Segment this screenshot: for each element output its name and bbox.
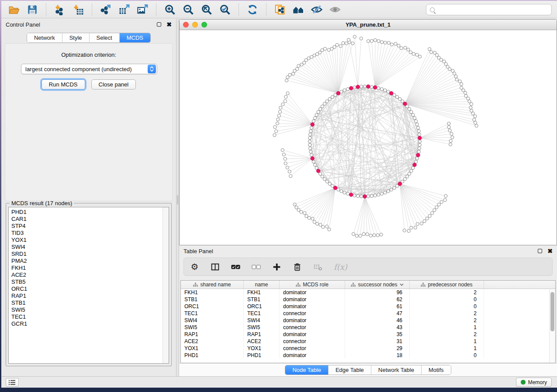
column-header-predecessor-nodes[interactable]: predecessor nodes	[410, 281, 484, 289]
delete-column-icon[interactable]	[293, 261, 302, 272]
cell-MCDS-role: connector	[280, 324, 345, 331]
table-row[interactable]: SWI5SWI5connector431	[181, 324, 555, 331]
show-all-icon[interactable]	[326, 3, 344, 16]
mcds-result-list[interactable]: PHD1CAR1STP4TID3YOX1SWI4SRD1PMA2FKH1ACE2…	[8, 207, 169, 364]
tab-network-table[interactable]: Network Table	[371, 365, 422, 375]
tab-mcds[interactable]: MCDS	[120, 33, 150, 42]
search-box[interactable]	[426, 4, 552, 15]
close-panel-icon[interactable]: ✖	[166, 22, 172, 27]
table-row[interactable]: SWI4SWI4dominator462	[181, 317, 555, 324]
column-header-MCDS-role[interactable]: MCDS role	[280, 281, 345, 289]
mcds-result-item[interactable]: ACE2	[11, 272, 169, 279]
export-image-icon[interactable]	[133, 3, 152, 16]
mcds-result-item[interactable]: ORC1	[11, 285, 169, 292]
run-mcds-button[interactable]: Run MCDS	[42, 79, 85, 89]
first-neighbors-icon[interactable]	[289, 3, 308, 16]
mcds-result-item[interactable]: CAR1	[11, 216, 169, 223]
table-row[interactable]: ORC1ORC1dominator610	[181, 303, 555, 310]
float-panel-icon[interactable]	[157, 22, 161, 27]
mcds-result-item[interactable]: RAP1	[11, 292, 169, 299]
network-window-titlebar[interactable]: YPA_prune.txt_1	[180, 20, 557, 30]
zoom-selected-icon[interactable]	[216, 3, 234, 16]
toolbar-separator	[156, 3, 156, 16]
optimization-criterion-select[interactable]: largest connected component (undirected)	[21, 64, 157, 74]
tab-style[interactable]: Style	[62, 33, 90, 42]
cell-MCDS-role: dominator	[280, 317, 345, 324]
cell-shared-name: PHD1	[181, 352, 244, 359]
close-table-panel-icon[interactable]: ✖	[547, 249, 553, 253]
mcds-result-item[interactable]: PHD1	[11, 209, 169, 216]
cell-shared-name: ORC1	[181, 303, 244, 310]
mcds-result-item[interactable]: GCR1	[11, 320, 169, 327]
table-row[interactable]: STB1STB1dominator620	[181, 296, 555, 303]
export-network-icon[interactable]	[97, 3, 115, 16]
cell-shared-name: FKH1	[181, 289, 244, 296]
zoom-out-icon[interactable]	[179, 3, 197, 16]
mcds-result-legend: MCDS result (17 nodes)	[10, 200, 74, 206]
mcds-result-item[interactable]: FKH1	[11, 265, 169, 272]
hide-selected-icon[interactable]	[308, 3, 326, 16]
mcds-result-item[interactable]: TEC1	[11, 313, 169, 320]
search-input[interactable]	[435, 7, 551, 13]
network-graph[interactable]	[180, 30, 557, 245]
mcds-result-item[interactable]: STB1	[11, 299, 169, 306]
cell-predecessor-nodes: 1	[410, 324, 484, 331]
mcds-result-item[interactable]: TID3	[11, 230, 169, 237]
mcds-result-item[interactable]: STB5	[11, 279, 169, 285]
status-menu-button[interactable]	[6, 378, 19, 387]
memory-button[interactable]: Memory	[516, 378, 552, 387]
import-table-icon[interactable]	[69, 3, 87, 16]
table-row[interactable]: FKH1FKH1dominator962	[181, 289, 555, 296]
mcds-result-item[interactable]: PMA2	[11, 258, 169, 265]
cell-filler	[484, 289, 555, 296]
cell-name: TEC1	[244, 310, 280, 317]
zoom-in-icon[interactable]	[161, 3, 179, 16]
cell-shared-name: RAP1	[181, 331, 244, 338]
list-icon	[8, 379, 16, 385]
mcds-list-scrollbar[interactable]	[163, 207, 169, 363]
import-network-icon[interactable]	[51, 3, 69, 16]
close-panel-button[interactable]: Close panel	[91, 79, 136, 89]
tab-select[interactable]: Select	[90, 33, 120, 42]
table-row[interactable]: PHD1PHD1dominator180	[181, 352, 555, 359]
mcds-result-item[interactable]: SWI5	[11, 306, 169, 313]
table-scrollbar[interactable]	[549, 289, 555, 363]
mcds-result-item[interactable]: SRD1	[11, 251, 169, 258]
tab-network[interactable]: Network	[27, 33, 62, 42]
node-table[interactable]: shared namenameMCDS rolesuccessor nodesp…	[180, 280, 556, 363]
tab-motifs[interactable]: Motifs	[422, 365, 451, 375]
splitter-grip-icon[interactable]	[177, 195, 178, 205]
mcds-result-item[interactable]: STP4	[11, 223, 169, 230]
cell-filler	[484, 331, 555, 338]
cell-filler	[484, 317, 555, 324]
cell-predecessor-nodes: 1	[410, 338, 484, 345]
float-table-panel-icon[interactable]	[538, 249, 542, 253]
column-header-name[interactable]: name	[244, 281, 280, 289]
table-row[interactable]: YOX1YOX1connector291	[181, 345, 555, 352]
mcds-result-item[interactable]: SWI4	[11, 244, 169, 251]
scrollbar-thumb[interactable]	[550, 292, 554, 331]
table-row[interactable]: ACE2ACE2connector311	[181, 338, 555, 345]
export-table-icon[interactable]	[115, 3, 133, 16]
save-session-icon[interactable]	[23, 3, 42, 16]
tab-edge-table[interactable]: Edge Table	[329, 365, 371, 375]
column-header-shared-name[interactable]: shared name	[181, 281, 244, 289]
panel-splitter[interactable]	[176, 19, 179, 376]
table-settings-icon[interactable]: ⚙	[190, 261, 199, 272]
cell-successor-nodes: 29	[345, 345, 410, 352]
mcds-result-item[interactable]: YOX1	[11, 237, 169, 244]
open-session-icon[interactable]	[5, 3, 23, 16]
split-view-icon[interactable]	[211, 261, 220, 272]
add-column-icon[interactable]	[272, 261, 281, 272]
tab-node-table[interactable]: Node Table	[285, 365, 329, 375]
column-header-successor-nodes[interactable]: successor nodes	[345, 281, 410, 289]
network-canvas[interactable]	[180, 30, 557, 245]
cell-predecessor-nodes: 2	[410, 317, 484, 324]
refresh-view-icon[interactable]	[243, 3, 262, 16]
table-row[interactable]: RAP1RAP1dominator352	[181, 331, 555, 338]
select-all-rows-icon[interactable]	[231, 261, 240, 272]
copy-network-view-icon[interactable]	[271, 3, 289, 16]
zoom-fit-icon[interactable]	[197, 3, 216, 16]
deselect-all-rows-icon[interactable]	[252, 261, 261, 272]
table-row[interactable]: TEC1TEC1connector472	[181, 310, 555, 317]
